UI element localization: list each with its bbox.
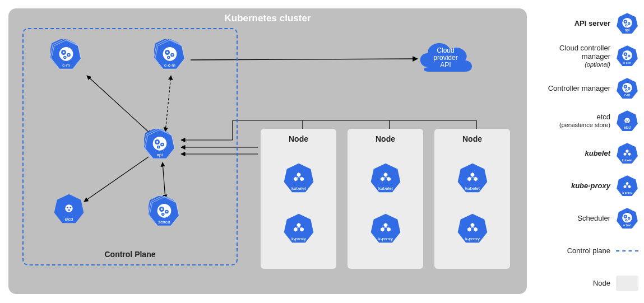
scheduler-icon: sched <box>149 196 180 227</box>
control-plane-label: Control Plane <box>24 250 237 259</box>
cloud-line3: API <box>440 61 451 69</box>
legend-sched: Scheduler sched <box>535 206 638 231</box>
scheduler-label: sched <box>158 220 170 225</box>
svg-text:api: api <box>625 28 630 32</box>
legend: API server api Cloud controller manager … <box>535 11 638 303</box>
legend-kproxy: kube-proxy k-proxy <box>535 174 638 198</box>
legend-ccm-label: Cloud controller manager (optional) <box>535 44 610 68</box>
legend-kproxy-label: kube-proxy <box>535 182 610 190</box>
kube-proxy-icon: k-proxy <box>457 213 488 244</box>
node-title: Node <box>261 134 336 143</box>
cloud-line1: Cloud <box>437 46 454 54</box>
legend-control-plane: Control plane <box>535 239 638 263</box>
svg-text:kubelet: kubelet <box>622 159 632 162</box>
kubelet-label: kubelet <box>465 186 480 191</box>
kubelet-label: kubelet <box>378 186 393 191</box>
svg-point-39 <box>622 83 632 93</box>
etcd-icon: etcd <box>53 193 85 225</box>
legend-cm-label: Controller manager <box>535 85 610 93</box>
legend-cm: Controller manager c-m <box>535 76 638 101</box>
scheduler-icon: sched <box>616 207 638 230</box>
legend-kubelet-label: kubelet <box>535 150 610 158</box>
legend-control-plane-label: Control plane <box>535 247 610 255</box>
cluster-panel: Kubernetes cluster Control Plane <box>8 8 527 294</box>
kubelet-icon: kubelet <box>370 162 401 194</box>
svg-point-34 <box>157 204 172 218</box>
svg-text:c-m: c-m <box>624 93 631 97</box>
controller-manager-icon: c-m <box>616 77 638 100</box>
etcd-label: etcd <box>64 217 73 222</box>
kubelet-icon: kubelet <box>616 142 638 165</box>
node-box-1: Node kubelet k-proxy <box>261 129 336 269</box>
kubelet-icon: kubelet <box>283 162 314 194</box>
node-box-3: Node kubelet k-proxy <box>434 129 510 269</box>
control-plane-swatch <box>616 250 638 251</box>
svg-text:sched: sched <box>623 223 632 227</box>
legend-ccm: Cloud controller manager (optional) c-c-… <box>535 44 638 68</box>
legend-sched-label: Scheduler <box>535 215 610 223</box>
controller-manager-icon: c-m <box>50 39 82 71</box>
svg-text:etcd: etcd <box>624 125 631 129</box>
cluster-title: Kubernetes cluster <box>8 13 527 24</box>
legend-kubelet: kubelet kubelet <box>535 141 638 166</box>
cloud-controller-manager-icon: c-c-m <box>154 39 186 71</box>
svg-point-33 <box>153 137 167 151</box>
kube-proxy-label: k-proxy <box>378 236 393 241</box>
cloud-line2: provider <box>433 54 457 62</box>
legend-api: API server api <box>535 11 638 36</box>
svg-text:c-c-m: c-c-m <box>623 61 631 64</box>
kubelet-icon: kubelet <box>457 162 488 194</box>
legend-node-label: Node <box>535 279 610 288</box>
kube-proxy-label: k-proxy <box>465 236 480 241</box>
svg-point-44 <box>622 213 632 223</box>
legend-etcd-label: etcd (persistence store) <box>535 113 610 129</box>
api-server-label: api <box>157 152 163 157</box>
kubelet-label: kubelet <box>291 186 306 191</box>
kube-proxy-icon: k-proxy <box>370 213 401 244</box>
svg-point-37 <box>622 50 632 60</box>
controller-manager-label: c-m <box>62 63 70 68</box>
cloud-provider-api: Cloud provider API <box>412 34 479 78</box>
kube-proxy-icon: k-proxy <box>616 175 638 197</box>
legend-node: Node <box>535 271 638 296</box>
kube-proxy-icon: k-proxy <box>283 213 314 244</box>
svg-point-31 <box>59 47 73 61</box>
node-title: Node <box>434 134 510 143</box>
api-server-icon: api <box>144 129 175 160</box>
legend-api-label: API server <box>535 20 610 28</box>
api-server-icon: api <box>616 12 638 35</box>
svg-text:k-proxy: k-proxy <box>622 191 632 194</box>
svg-point-32 <box>163 47 177 61</box>
cloud-controller-manager-label: c-c-m <box>164 63 175 68</box>
kube-proxy-label: k-proxy <box>291 236 306 241</box>
node-title: Node <box>348 134 423 143</box>
cloud-controller-manager-icon: c-c-m <box>616 45 638 67</box>
node-swatch <box>616 276 638 291</box>
svg-point-35 <box>622 18 632 28</box>
node-box-2: Node kubelet k-proxy <box>348 129 423 269</box>
legend-etcd: etcd (persistence store) etcd <box>535 109 638 133</box>
etcd-icon: etcd <box>616 110 638 132</box>
